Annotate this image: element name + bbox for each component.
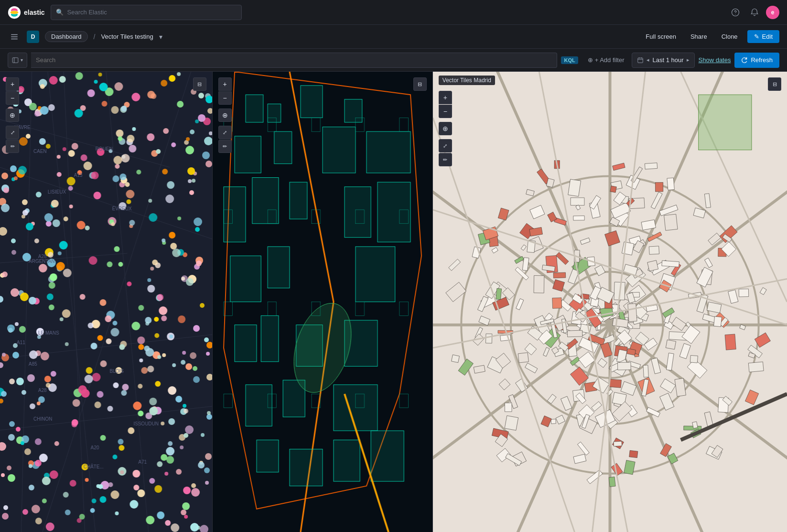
zoom-in-button-3[interactable]: +: [439, 91, 452, 104]
edit-button[interactable]: ✎ Edit: [747, 30, 779, 43]
layers-button-1[interactable]: ⊟: [193, 77, 206, 91]
expand-button-3[interactable]: ⤢: [439, 139, 452, 152]
zoom-in-button-1[interactable]: +: [6, 77, 19, 91]
filter-type-chevron: ▾: [21, 57, 23, 63]
map-controls-tr-3: ⊟: [768, 77, 781, 91]
zoom-in-button-2[interactable]: +: [218, 77, 232, 91]
top-bar-right: e: [728, 5, 779, 20]
elastic-brand-name: elastic: [24, 9, 45, 16]
breadcrumb-chevron-icon[interactable]: ▾: [159, 33, 162, 41]
help-button[interactable]: [728, 5, 743, 20]
compass-button-1[interactable]: ⊕: [6, 109, 19, 122]
filter-type-icon: [12, 57, 19, 64]
map-controls-tr-2: ⊟: [413, 77, 427, 91]
search-input[interactable]: [31, 53, 557, 68]
second-bar: D Dashboard / Vector Tiles testing ▾ Ful…: [0, 25, 787, 49]
map-canvas-1: [0, 72, 212, 532]
time-range-chevron-left: ◂: [647, 57, 649, 63]
add-filter-button[interactable]: ⊕ + Add filter: [584, 54, 628, 65]
svg-rect-12: [638, 58, 643, 63]
map-panel-3[interactable]: Vector Tiles Madrid + − ⊕ ⤢ ✏ ⊟: [433, 72, 787, 532]
draw-button-2[interactable]: ✏: [218, 140, 232, 153]
filter-bar-left: ▾ KQL: [8, 53, 578, 68]
kql-badge[interactable]: KQL: [561, 56, 578, 64]
draw-button-3[interactable]: ✏: [439, 153, 452, 166]
edit-pencil-icon: ✎: [754, 33, 759, 40]
show-dates-button[interactable]: Show dates: [699, 56, 731, 64]
filter-bar-right: ⊕ + Add filter ◂ Last 1 hour ▸ Show date…: [584, 53, 779, 68]
map-canvas-3: [433, 72, 787, 532]
calendar-icon: [637, 57, 644, 64]
map-controls-tr-1: ⊟: [193, 77, 206, 91]
map-controls-1: + − ⊕ ⤢ ✏: [6, 77, 19, 153]
svg-rect-10: [12, 57, 18, 63]
notifications-button[interactable]: [747, 5, 762, 20]
compass-button-3[interactable]: ⊕: [439, 122, 452, 135]
top-bar: elastic 🔍 Search Elastic e: [0, 0, 787, 25]
map-panel-1[interactable]: + − ⊕ ⤢ ✏ ⊟: [0, 72, 213, 532]
breadcrumb-separator: /: [94, 33, 96, 41]
time-range-label: Last 1 hour: [652, 56, 683, 64]
draw-button-1[interactable]: ✏: [6, 140, 19, 153]
elastic-logo[interactable]: elastic: [8, 6, 45, 19]
expand-button-2[interactable]: ⤢: [218, 126, 232, 139]
map-controls-2: + − ⊕ ⤢ ✏: [218, 77, 232, 153]
map-canvas-2: [213, 72, 432, 532]
filter-type-selector[interactable]: ▾: [8, 53, 27, 68]
avatar-letter: e: [771, 9, 775, 16]
clone-button[interactable]: Clone: [717, 31, 743, 43]
help-icon: [731, 8, 740, 17]
zoom-out-button-3[interactable]: −: [439, 105, 452, 118]
second-bar-actions: Full screen Share Clone ✎ Edit: [641, 30, 779, 43]
zoom-out-button-1[interactable]: −: [6, 91, 19, 105]
map-controls-3: + − ⊕ ⤢ ✏: [439, 91, 452, 166]
menu-toggle-button[interactable]: [8, 30, 21, 43]
add-filter-icon: ⊕: [588, 56, 593, 64]
layers-button-3[interactable]: ⊟: [768, 77, 781, 91]
elastic-logo-svg: [8, 6, 21, 19]
filter-bar: ▾ KQL ⊕ + Add filter ◂ Last 1 hour ▸ Sho…: [0, 49, 787, 72]
map-container: + − ⊕ ⤢ ✏ ⊟ + − ⊕ ⤢ ✏ ⊟: [0, 72, 787, 532]
breadcrumb-d-icon: D: [27, 31, 39, 43]
compass-button-2[interactable]: ⊕: [218, 109, 232, 122]
layers-button-2[interactable]: ⊟: [413, 77, 427, 91]
time-picker[interactable]: ◂ Last 1 hour ▸: [632, 53, 694, 68]
svg-point-6: [735, 14, 735, 14]
user-avatar[interactable]: e: [766, 6, 779, 19]
map-panel-2[interactable]: + − ⊕ ⤢ ✏ ⊟: [213, 72, 433, 532]
time-range-chevron-right: ▸: [687, 57, 690, 63]
global-search-placeholder: Search Elastic: [67, 9, 107, 16]
global-search-bar[interactable]: 🔍 Search Elastic: [51, 5, 242, 20]
share-button[interactable]: Share: [686, 31, 712, 43]
refresh-button[interactable]: Refresh: [734, 53, 779, 68]
zoom-out-button-2[interactable]: −: [218, 91, 232, 105]
expand-button-1[interactable]: ⤢: [6, 126, 19, 139]
hamburger-icon: [10, 33, 19, 41]
breadcrumb-dashboard-link[interactable]: Dashboard: [45, 31, 88, 42]
breadcrumb-current-page: Vector Tiles testing: [101, 33, 153, 40]
notifications-icon: [750, 8, 759, 17]
map-title-3: Vector Tiles Madrid: [439, 76, 495, 85]
full-screen-button[interactable]: Full screen: [641, 31, 681, 43]
refresh-icon: [741, 57, 748, 64]
search-icon: 🔍: [56, 9, 64, 16]
